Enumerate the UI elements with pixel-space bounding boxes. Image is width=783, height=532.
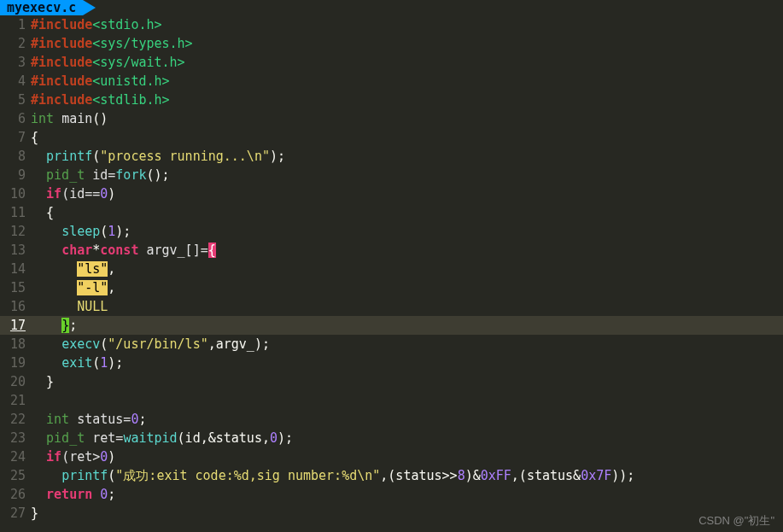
code-content: #include<stdio.h> [27,15,783,34]
line-number: 13 [0,241,27,260]
code-line[interactable]: 21 [0,391,783,410]
code-content: #include<stdlib.h> [27,91,783,109]
code-content: if(id==0) [27,184,783,203]
line-number: 22 [0,410,27,429]
code-line[interactable]: 20 } [0,372,783,391]
code-line[interactable]: 12 sleep(1); [0,222,783,241]
line-number: 19 [0,354,27,372]
code-content: char*const argv_[]={ [27,241,783,260]
code-content: printf("成功:exit code:%d,sig number:%d\n"… [27,466,783,485]
code-line[interactable]: 18 execv("/usr/bin/ls",argv_); [0,335,783,354]
code-editor[interactable]: 1#include<stdio.h>2#include<sys/types.h>… [0,15,783,523]
line-number: 5 [0,91,27,109]
code-content: }; [27,316,783,335]
line-number: 9 [0,166,27,184]
code-line[interactable]: 22 int status=0; [0,410,783,429]
code-line[interactable]: 2#include<sys/types.h> [0,34,783,53]
code-content: int status=0; [27,410,783,429]
code-content: } [27,372,783,391]
code-line[interactable]: 23 pid_t ret=waitpid(id,&status,0); [0,429,783,447]
line-number: 27 [0,504,27,523]
file-tab[interactable]: myexecv.c [0,0,83,15]
code-content: return 0; [27,485,783,504]
code-content: execv("/usr/bin/ls",argv_); [27,335,783,354]
code-line[interactable]: 25 printf("成功:exit code:%d,sig number:%d… [0,466,783,485]
line-number: 15 [0,278,27,297]
watermark: CSDN @"初生" [698,513,774,529]
line-number: 11 [0,203,27,222]
line-number: 16 [0,297,27,316]
code-content: printf("process running...\n"); [27,147,783,166]
line-number: 3 [0,53,27,72]
code-line[interactable]: 27} [0,504,783,523]
code-line[interactable]: 1#include<stdio.h> [0,15,783,34]
code-content: #include<unistd.h> [27,72,783,91]
line-number: 26 [0,485,27,504]
line-number: 18 [0,335,27,354]
line-number: 7 [0,128,27,147]
code-content: #include<sys/wait.h> [27,53,783,72]
line-number: 25 [0,466,27,485]
code-content: "ls", [27,260,783,278]
code-content: { [27,203,783,222]
code-line[interactable]: 17 }; [0,316,783,335]
code-content: int main() [27,109,783,128]
line-number: 24 [0,447,27,466]
code-content: #include<sys/types.h> [27,34,783,53]
code-line[interactable]: 13 char*const argv_[]={ [0,241,783,260]
code-line[interactable]: 11 { [0,203,783,222]
code-line[interactable]: 26 return 0; [0,485,783,504]
code-content: if(ret>0) [27,447,783,466]
line-number: 8 [0,147,27,166]
code-line[interactable]: 16 NULL [0,297,783,316]
code-line[interactable]: 19 exit(1); [0,354,783,372]
code-line[interactable]: 15 "-l", [0,278,783,297]
code-content: { [27,128,783,147]
code-line[interactable]: 7{ [0,128,783,147]
code-line[interactable]: 24 if(ret>0) [0,447,783,466]
file-tab-label: myexecv.c [7,0,76,15]
line-number: 12 [0,222,27,241]
code-content: sleep(1); [27,222,783,241]
code-content: NULL [27,297,783,316]
code-content: pid_t ret=waitpid(id,&status,0); [27,429,783,447]
code-line[interactable]: 5#include<stdlib.h> [0,91,783,109]
line-number: 2 [0,34,27,53]
code-content: exit(1); [27,354,783,372]
line-number: 1 [0,15,27,34]
code-line[interactable]: 6int main() [0,109,783,128]
line-number: 21 [0,391,27,410]
code-line[interactable]: 4#include<unistd.h> [0,72,783,91]
code-line[interactable]: 14 "ls", [0,260,783,278]
code-line[interactable]: 9 pid_t id=fork(); [0,166,783,184]
code-content [27,391,783,410]
line-number: 10 [0,184,27,203]
line-number: 17 [0,316,27,335]
line-number: 4 [0,72,27,91]
code-line[interactable]: 3#include<sys/wait.h> [0,53,783,72]
line-number: 6 [0,109,27,128]
code-line[interactable]: 10 if(id==0) [0,184,783,203]
code-content: } [27,504,783,523]
line-number: 20 [0,372,27,391]
line-number: 23 [0,429,27,447]
code-line[interactable]: 8 printf("process running...\n"); [0,147,783,166]
line-number: 14 [0,260,27,278]
code-content: "-l", [27,278,783,297]
code-content: pid_t id=fork(); [27,166,783,184]
